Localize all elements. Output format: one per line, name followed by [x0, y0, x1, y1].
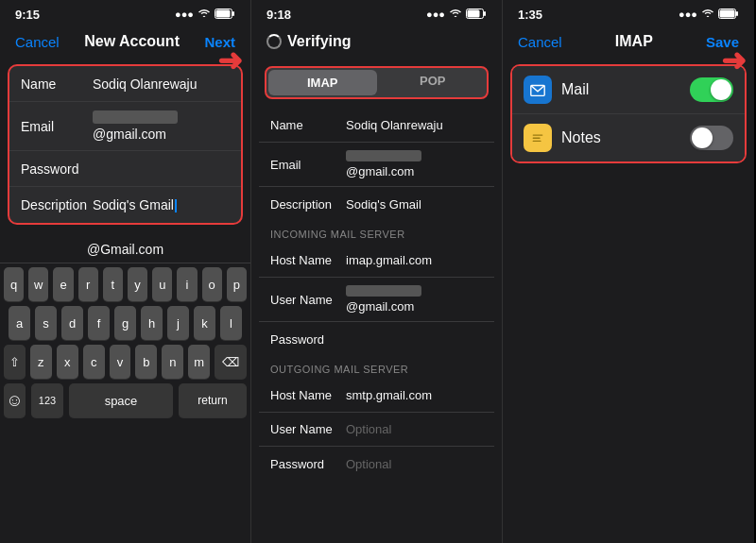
- key-q[interactable]: q: [4, 267, 24, 301]
- spinner-icon: [266, 34, 282, 49]
- email-label: Email: [21, 119, 93, 134]
- name-value[interactable]: Sodiq Olanrewaju: [93, 76, 230, 92]
- key-s[interactable]: s: [35, 306, 57, 340]
- key-d[interactable]: d: [61, 306, 83, 340]
- password-label: Password: [21, 161, 93, 177]
- mail-notes-section: Mail Notes: [510, 64, 747, 163]
- key-n[interactable]: n: [162, 345, 183, 379]
- arrow-indicator-1: ➜: [217, 45, 243, 76]
- email-value[interactable]: @gmail.com: [93, 110, 230, 142]
- incoming-hostname-label: Host Name: [270, 253, 346, 267]
- form2-email-row: Email @gmail.com: [259, 143, 494, 187]
- key-u[interactable]: u: [152, 267, 172, 301]
- segment-imap[interactable]: IMAP: [268, 70, 377, 95]
- description-label: Description: [21, 197, 93, 212]
- signal-icon-2: ●●●: [426, 8, 445, 20]
- key-w[interactable]: w: [28, 267, 48, 301]
- space-key[interactable]: space: [69, 383, 173, 417]
- key-c[interactable]: c: [83, 345, 105, 379]
- key-e[interactable]: e: [53, 267, 73, 301]
- return-key[interactable]: return: [179, 383, 247, 417]
- form-row-email: Email @gmail.com: [9, 102, 241, 151]
- mail-app-icon: [524, 76, 552, 104]
- keyboard-row-1: q w e r t y u i o p: [0, 267, 250, 301]
- segment-pop[interactable]: POP: [379, 68, 488, 97]
- nav-bar-3: Cancel IMAP Save: [503, 26, 754, 60]
- key-z[interactable]: z: [30, 345, 52, 379]
- status-time-3: 1:35: [518, 8, 542, 22]
- svg-rect-4: [468, 9, 480, 17]
- mail-toggle-switch[interactable]: [690, 77, 733, 102]
- delete-key[interactable]: ⌫: [215, 345, 247, 379]
- key-o[interactable]: o: [202, 267, 222, 301]
- cancel-button-1[interactable]: Cancel: [15, 34, 60, 50]
- suggestion-bar: @Gmail.com: [0, 236, 250, 263]
- incoming-hostname-value: imap.gmail.com: [346, 253, 432, 267]
- key-p[interactable]: p: [227, 267, 247, 301]
- emoji-key[interactable]: ☺: [4, 383, 26, 417]
- outgoing-hostname-value: smtp.gmail.com: [346, 388, 432, 402]
- key-a[interactable]: a: [9, 306, 30, 340]
- suggestion-item[interactable]: @Gmail.com: [87, 242, 163, 257]
- outgoing-hostname-row: Host Name smtp.gmail.com: [259, 379, 494, 413]
- mail-toggle-row: Mail: [512, 66, 745, 114]
- incoming-username-label: User Name: [270, 293, 346, 307]
- notes-toggle-row: Notes: [512, 114, 745, 161]
- key-l[interactable]: l: [220, 306, 242, 340]
- keyboard-row-4: ☺ 123 space return: [0, 383, 250, 417]
- form-row-name: Name Sodiq Olanrewaju: [9, 66, 241, 102]
- description-value[interactable]: Sodiq's Gmail: [93, 197, 230, 212]
- key-h[interactable]: h: [141, 306, 163, 340]
- keyboard-row-3: ⇧ z x c v b n m ⌫: [0, 345, 250, 379]
- key-k[interactable]: k: [194, 306, 215, 340]
- svg-rect-2: [232, 11, 234, 16]
- svg-rect-7: [720, 9, 735, 17]
- key-b[interactable]: b: [135, 345, 157, 379]
- name-label: Name: [21, 76, 93, 92]
- text-cursor: [175, 199, 177, 212]
- shift-key[interactable]: ⇧: [4, 345, 26, 379]
- verifying-label: Verifying: [287, 33, 352, 50]
- notes-toggle-switch[interactable]: [690, 126, 733, 150]
- status-icons-1: ●●●: [175, 8, 235, 21]
- svg-rect-1: [216, 9, 231, 17]
- key-t[interactable]: t: [103, 267, 123, 301]
- key-y[interactable]: y: [128, 267, 147, 301]
- key-f[interactable]: f: [88, 306, 110, 340]
- svg-rect-8: [736, 11, 738, 16]
- outgoing-server-form: Host Name smtp.gmail.com User Name Optio…: [259, 379, 494, 481]
- key-x[interactable]: x: [57, 345, 78, 379]
- outgoing-password-row: Password Optional: [259, 447, 494, 481]
- form2-name-label: Name: [270, 118, 346, 132]
- cancel-button-3[interactable]: Cancel: [518, 34, 562, 50]
- arrow-indicator-3: ➜: [721, 45, 747, 76]
- numbers-key[interactable]: 123: [31, 383, 63, 417]
- phone-2: 9:18 ●●● Verifying: [251, 0, 503, 543]
- outgoing-password-value: Optional: [346, 457, 391, 471]
- form2-desc-label: Description: [270, 197, 346, 212]
- notes-toggle-thumb: [692, 127, 713, 148]
- notes-app-icon: [524, 124, 552, 152]
- status-bar-3: 1:35 ●●●: [503, 0, 754, 26]
- outgoing-username-row: User Name Optional: [259, 413, 494, 447]
- keyboard-row-2: a s d f g h j k l: [0, 306, 250, 340]
- form-row-password: Password: [9, 151, 241, 187]
- verifying-title: Verifying: [266, 33, 352, 50]
- svg-rect-5: [484, 11, 486, 16]
- form-row-description: Description Sodiq's Gmail: [9, 187, 241, 223]
- incoming-password-row: Password: [259, 322, 494, 356]
- status-icons-2: ●●●: [426, 8, 487, 21]
- keyboard-area-1: @Gmail.com q w e r t y u i o p a s d f g…: [0, 232, 250, 543]
- signal-icon: ●●●: [175, 8, 194, 20]
- key-i[interactable]: i: [177, 267, 197, 301]
- nav-bar-1: Cancel New Account Next: [0, 26, 250, 60]
- form2-name-value: Sodiq Olanrewaju: [346, 118, 443, 132]
- incoming-server-form: Host Name imap.gmail.com User Name @gmai…: [259, 244, 494, 356]
- segment-control[interactable]: IMAP POP: [265, 66, 489, 99]
- form2-email-label: Email: [270, 158, 346, 172]
- key-j[interactable]: j: [167, 306, 189, 340]
- key-v[interactable]: v: [110, 345, 131, 379]
- key-r[interactable]: r: [78, 267, 98, 301]
- key-m[interactable]: m: [188, 345, 210, 379]
- key-g[interactable]: g: [114, 306, 136, 340]
